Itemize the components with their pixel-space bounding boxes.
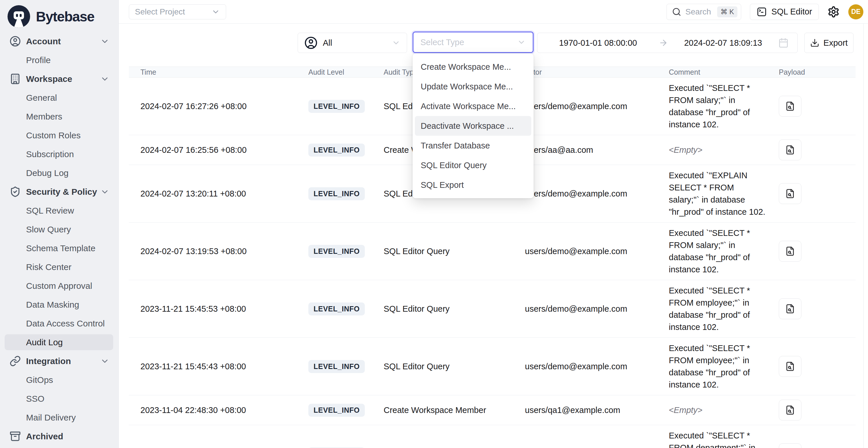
search-button[interactable]: Search ⌘ K: [666, 4, 741, 20]
sidebar-item-schema-template[interactable]: Schema Template: [0, 239, 118, 258]
sidebar-item-risk-center[interactable]: Risk Center: [0, 258, 118, 277]
table-row: 2023-11-21 15:45:43 +08:00 LEVEL_INFO SQ…: [129, 338, 856, 395]
cell-audit-level: LEVEL_INFO: [308, 360, 383, 373]
avatar[interactable]: DE: [848, 4, 863, 20]
user-circle-icon: [304, 36, 318, 50]
sidebar-item-label: Debug Log: [26, 168, 69, 178]
sidebar-item-debug-log[interactable]: Debug Log: [0, 163, 118, 182]
menu-item-update-workspace-member[interactable]: Update Workspace Me...: [415, 77, 531, 96]
sql-editor-button[interactable]: SQL Editor: [750, 4, 819, 20]
sidebar-item-general[interactable]: General: [0, 88, 118, 107]
cell-audit-type: SQL Editor Query: [383, 247, 525, 256]
cell-payload: [779, 356, 856, 377]
sidebar-item-members[interactable]: Members: [0, 107, 118, 126]
sidebar-item-archived[interactable]: Archived: [0, 427, 118, 446]
actor-filter-select[interactable]: All: [298, 33, 407, 53]
sidebar-item-audit-log[interactable]: Audit Log: [0, 333, 118, 352]
sidebar-item-label: Security & Policy: [26, 187, 97, 197]
sidebar-item-custom-approval[interactable]: Custom Approval: [0, 277, 118, 295]
type-filter-select[interactable]: Select Type: [412, 32, 534, 53]
scrollbar-track[interactable]: [863, 24, 864, 448]
chevron-down-icon[interactable]: [100, 187, 110, 196]
chevron-down-icon: [392, 38, 400, 47]
cell-payload: [779, 443, 856, 448]
menu-item-create-workspace-member[interactable]: Create Workspace Me...: [415, 57, 531, 77]
sidebar-item-mail-delivery[interactable]: Mail Delivery: [0, 408, 118, 427]
payload-view-button[interactable]: [779, 96, 801, 117]
sidebar-item-workspace[interactable]: Workspace: [0, 69, 118, 88]
sidebar-item-custom-roles[interactable]: Custom Roles: [0, 126, 118, 145]
project-select[interactable]: Select Project: [129, 4, 226, 20]
menu-item-sql-editor-query[interactable]: SQL Editor Query: [415, 155, 531, 175]
payload-view-button[interactable]: [779, 183, 801, 204]
user-circle-icon: [9, 36, 21, 47]
sidebar-item-integration[interactable]: Integration: [0, 352, 118, 371]
cell-payload: [779, 96, 856, 117]
sidebar-item-data-access-control[interactable]: Data Access Control: [0, 314, 118, 333]
payload-view-button[interactable]: [779, 356, 801, 377]
sidebar-item-label: Slow Query: [26, 225, 71, 234]
chevron-down-icon[interactable]: [100, 74, 110, 84]
sidebar-item-security-policy[interactable]: Security & Policy: [0, 182, 118, 201]
file-search-icon: [785, 145, 795, 155]
menu-item-transfer-database[interactable]: Transfer Database: [415, 136, 531, 155]
cell-comment: Executed `"SELECT * FROM department;"` i…: [669, 429, 779, 448]
building-icon: [9, 73, 21, 85]
date-from-value[interactable]: 1970-01-01 08:00:00: [537, 38, 659, 48]
archive-icon: [9, 430, 21, 442]
cell-payload: [779, 139, 856, 160]
payload-view-button[interactable]: [779, 298, 801, 319]
payload-view-button[interactable]: [779, 443, 801, 448]
file-search-icon: [785, 246, 795, 256]
cell-actor: users/qa1@example.com: [525, 406, 669, 415]
payload-view-button[interactable]: [779, 241, 801, 262]
sidebar-item-label: Mail Delivery: [26, 413, 76, 422]
sidebar-item-sso[interactable]: SSO: [0, 389, 118, 408]
level-badge: LEVEL_INFO: [308, 187, 365, 200]
chevron-down-icon[interactable]: [100, 37, 110, 46]
chevron-down-icon[interactable]: [100, 357, 110, 366]
sidebar-item-account[interactable]: Account: [0, 32, 118, 51]
export-button[interactable]: Export: [804, 33, 854, 53]
date-range-picker[interactable]: 1970-01-01 08:00:00 2024-02-07 18:09:13: [537, 33, 798, 53]
sidebar-item-slow-query[interactable]: Slow Query: [0, 220, 118, 239]
sidebar-item-data-masking[interactable]: Data Masking: [0, 295, 118, 314]
sidebar-item-label: Workspace: [26, 74, 72, 84]
calendar-icon[interactable]: [778, 38, 789, 48]
sidebar-item-label: Integration: [26, 356, 71, 366]
type-filter-placeholder: Select Type: [421, 38, 464, 47]
gear-icon[interactable]: [828, 6, 840, 18]
file-search-icon: [785, 405, 795, 415]
cell-audit-level: LEVEL_INFO: [308, 187, 383, 200]
column-header-time: Time: [141, 68, 308, 76]
column-header-comment: Comment: [669, 68, 779, 76]
export-label: Export: [824, 38, 848, 48]
sidebar-item-label: Audit Log: [26, 338, 63, 347]
menu-item-activate-workspace-member[interactable]: Activate Workspace Me...: [415, 96, 531, 116]
bytebase-app: Bytebase Account Profile Workspace Gener…: [0, 0, 868, 448]
sidebar-item-label: GitOps: [26, 375, 53, 385]
sidebar-item-label: Risk Center: [26, 262, 71, 272]
cell-actor: users/demo@example.com: [525, 102, 669, 111]
menu-item-deactivate-workspace-member[interactable]: Deactivate Workspace ...: [415, 116, 531, 136]
cell-audit-level: LEVEL_INFO: [308, 302, 383, 315]
brand-logo[interactable]: Bytebase: [0, 0, 118, 29]
cell-actor: users/demo@example.com: [525, 362, 669, 371]
payload-view-button[interactable]: [779, 400, 801, 420]
date-to-value[interactable]: 2024-02-07 18:09:13: [668, 38, 778, 48]
level-badge: LEVEL_INFO: [308, 302, 365, 315]
level-badge: LEVEL_INFO: [308, 143, 365, 157]
shield-check-icon: [9, 186, 21, 197]
sidebar-nav: Account Profile Workspace General Member…: [0, 29, 118, 446]
sidebar-item-label: Archived: [26, 431, 63, 441]
sidebar-item-subscription[interactable]: Subscription: [0, 145, 118, 163]
cell-comment: Executed `"EXPLAIN SELECT * FROM salary;…: [669, 169, 779, 218]
table-row: 2023-11-04 22:48:30 +08:00 LEVEL_INFO Cr…: [129, 395, 856, 425]
sidebar-item-gitops[interactable]: GitOps: [0, 371, 118, 389]
sidebar-item-profile[interactable]: Profile: [0, 51, 118, 69]
cell-time: 2024-02-07 13:20:11 +08:00: [141, 189, 308, 198]
payload-view-button[interactable]: [779, 139, 801, 160]
cell-comment: Executed `"SELECT * FROM salary;"` in da…: [669, 227, 779, 276]
sidebar-item-sql-review[interactable]: SQL Review: [0, 201, 118, 220]
menu-item-sql-export[interactable]: SQL Export: [415, 175, 531, 195]
